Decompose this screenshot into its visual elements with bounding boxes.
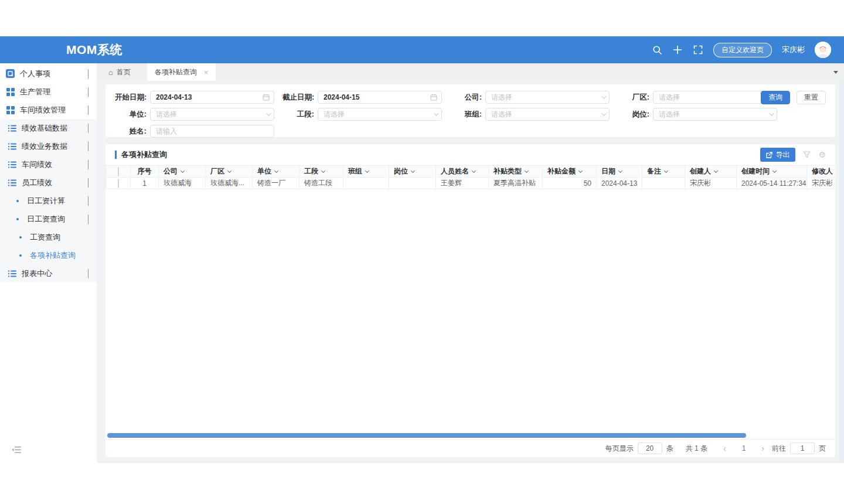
sidebar-item-4[interactable]: 绩效基础数据: [0, 119, 97, 137]
export-button-label: 导出: [775, 150, 789, 160]
sidebar-item-2[interactable]: 生产管理: [0, 83, 97, 101]
sidebar-item-5[interactable]: 绩效业务数据: [0, 137, 97, 155]
custom-welcome-button[interactable]: 自定义欢迎页: [713, 43, 772, 57]
close-tab-icon[interactable]: ×: [204, 68, 209, 77]
chevron-down-icon: [769, 113, 772, 116]
column-label: 补贴类型: [494, 167, 522, 175]
sidebar-item-8[interactable]: 日工资计算: [0, 192, 97, 210]
search-icon[interactable]: [652, 45, 662, 55]
column-header-6[interactable]: 班组: [343, 166, 389, 178]
column-label: 序号: [138, 167, 152, 175]
tab-home[interactable]: ⌂ 首页: [108, 67, 131, 77]
sidebar-item-9[interactable]: 日工资查询: [0, 210, 97, 228]
table-cell: 1: [131, 178, 159, 189]
sidebar-item-1[interactable]: 个人事项: [0, 64, 97, 83]
tab-active[interactable]: 各项补贴查询 ×: [147, 63, 216, 81]
sort-chevron-icon[interactable]: [525, 169, 529, 173]
sidebar-item-6[interactable]: 车间绩效: [0, 155, 97, 173]
date-input[interactable]: 2024-04-15: [318, 91, 442, 104]
date-input[interactable]: 2024-04-13: [150, 91, 274, 104]
column-header-4[interactable]: 单位: [253, 166, 300, 178]
fullscreen-icon[interactable]: [693, 45, 703, 55]
collapse-sidebar-icon[interactable]: [12, 445, 21, 456]
chevron-down-icon: [266, 113, 270, 116]
panel-tools: 导出 ⚙: [760, 148, 826, 162]
sidebar-item-3[interactable]: 车间绩效管理: [0, 101, 97, 119]
column-header-3[interactable]: 厂区: [206, 166, 253, 178]
sort-chevron-icon[interactable]: [618, 169, 622, 173]
vertical-scrollbar-track[interactable]: [839, 81, 844, 463]
sidebar-item-10[interactable]: 工资查询: [0, 228, 97, 246]
settings-gear-icon[interactable]: ⚙: [818, 150, 826, 159]
sidebar-item-12[interactable]: 报表中心: [0, 264, 97, 282]
per-page-unit: 条: [666, 444, 673, 454]
select-input[interactable]: 请选择: [653, 91, 777, 104]
filter-funnel-icon[interactable]: [803, 151, 811, 158]
sidebar-item-label: 绩效业务数据: [22, 141, 67, 152]
main-area: ⌂ 首页 各项补贴查询 × 开始日期:2024-04-13截止日期:2024-0…: [97, 63, 844, 463]
column-header-8[interactable]: 人员姓名: [436, 166, 489, 178]
username[interactable]: 宋庆彬: [782, 45, 805, 55]
app-header: MOM系统 自定义欢迎页 宋庆彬: [0, 36, 844, 63]
reset-button[interactable]: 重置: [797, 91, 826, 104]
sidebar-item-11[interactable]: 各项补贴查询: [0, 246, 97, 264]
filter-label: 单位:: [115, 110, 150, 120]
row-checkbox[interactable]: [118, 179, 119, 188]
sort-chevron-icon[interactable]: [274, 169, 278, 173]
sort-chevron-icon[interactable]: [714, 169, 718, 173]
select-input[interactable]: 请选择: [318, 108, 442, 121]
sort-chevron-icon[interactable]: [227, 169, 232, 173]
tab-options-caret-icon[interactable]: [833, 71, 838, 74]
text-input[interactable]: 请输入: [150, 125, 274, 138]
column-label: 创建时间: [741, 167, 770, 175]
select-input[interactable]: 请选择: [485, 91, 610, 104]
current-page[interactable]: 1: [734, 444, 754, 452]
add-icon[interactable]: [672, 45, 683, 55]
sort-chevron-icon[interactable]: [472, 169, 476, 173]
chevron-down-icon: [88, 214, 89, 223]
column-header-9[interactable]: 补贴类型: [489, 166, 543, 178]
select-input[interactable]: 请选择: [485, 108, 610, 121]
column-header-13[interactable]: 创建人: [685, 166, 737, 178]
sort-chevron-icon[interactable]: [411, 169, 415, 173]
horizontal-scrollbar-thumb[interactable]: [107, 433, 746, 438]
export-button[interactable]: 导出: [760, 148, 795, 162]
next-page-icon[interactable]: ›: [758, 444, 768, 453]
checkbox-icon[interactable]: [118, 167, 119, 176]
chevron-down-icon: [601, 113, 605, 116]
column-header-2[interactable]: 公司: [159, 166, 206, 178]
column-header-5[interactable]: 工段: [300, 166, 343, 178]
column-label: 补贴金额: [547, 167, 576, 175]
table-row[interactable]: 1玫德威海玫德威海...铸造一厂铸造工段王姜辉夏季高温补贴502024-04-1…: [106, 178, 836, 189]
sort-chevron-icon[interactable]: [321, 169, 325, 173]
column-header-7[interactable]: 岗位: [389, 166, 436, 178]
prev-page-icon[interactable]: ‹: [720, 444, 730, 453]
per-page-input[interactable]: [638, 442, 662, 454]
column-header-10[interactable]: 补贴金额: [543, 166, 597, 178]
sidebar-item-7[interactable]: 员工绩效: [0, 173, 97, 192]
filter-label: 岗位:: [618, 110, 653, 120]
column-label: 工段: [304, 167, 318, 175]
sidebar-item-label: 日工资查询: [27, 214, 65, 224]
search-button[interactable]: 查询: [761, 91, 790, 104]
select-input[interactable]: 请选择: [150, 108, 274, 121]
goto-page-input[interactable]: [790, 442, 815, 454]
sort-chevron-icon[interactable]: [578, 169, 583, 173]
column-header-11[interactable]: 日期: [597, 166, 642, 178]
select-all-checkbox[interactable]: [106, 166, 131, 178]
column-header-15[interactable]: 修改人: [807, 166, 836, 178]
sort-chevron-icon[interactable]: [772, 169, 777, 173]
sort-chevron-icon[interactable]: [181, 169, 185, 173]
filter-buttons: 查询 重置: [761, 91, 826, 104]
chevron-down-icon: [88, 105, 89, 114]
chevron-right-icon: [88, 87, 89, 96]
select-input[interactable]: 请选择: [653, 108, 777, 121]
table-panel: 各项补贴查询 导出 ⚙: [106, 144, 835, 457]
column-header-12[interactable]: 备注: [642, 166, 685, 178]
avatar[interactable]: [815, 42, 831, 58]
sort-chevron-icon[interactable]: [664, 169, 668, 173]
sort-chevron-icon[interactable]: [365, 169, 369, 173]
column-header-14[interactable]: 创建时间: [737, 166, 807, 178]
chevron-down-icon: [601, 96, 605, 99]
calendar-icon: [263, 94, 270, 101]
